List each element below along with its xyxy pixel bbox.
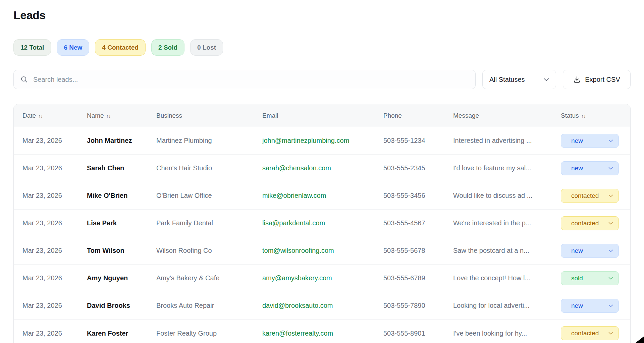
column-label: Email — [262, 112, 278, 119]
status-cell: new — [561, 161, 630, 175]
column-label: Name — [87, 112, 104, 119]
email-link[interactable]: tom@wilsonroofing.com — [262, 247, 334, 254]
phone-cell: 503-555-6789 — [383, 274, 453, 282]
column-header-status[interactable]: Status↑↓ — [561, 112, 630, 119]
export-csv-label: Export CSV — [585, 76, 620, 83]
business-cell: Foster Realty Group — [156, 330, 262, 337]
name-cell: John Martinez — [87, 137, 156, 145]
status-value: sold — [571, 275, 583, 282]
date-cell: Mar 23, 2026 — [22, 137, 87, 145]
name-cell: Mike O'Brien — [87, 192, 156, 199]
toolbar: All Statuses Export CSV — [13, 70, 631, 89]
date-cell: Mar 23, 2026 — [22, 330, 87, 337]
email-link[interactable]: sarah@chensalon.com — [262, 164, 331, 172]
message-cell: Interested in advertising ... — [453, 137, 561, 145]
leads-table-body: Mar 23, 2026John MartinezMartinez Plumbi… — [14, 127, 630, 343]
status-cell: sold — [561, 271, 630, 285]
status-select[interactable]: new — [561, 134, 619, 148]
column-header-date[interactable]: Date↑↓ — [22, 112, 87, 119]
summary-badge-sold: 2 Sold — [151, 39, 184, 56]
status-filter-select[interactable]: All Statuses — [482, 70, 556, 89]
status-value: new — [571, 165, 583, 172]
column-label: Phone — [383, 112, 402, 119]
search-icon — [20, 76, 28, 83]
download-icon — [573, 76, 581, 83]
email-cell: john@martinezplumbing.com — [262, 137, 383, 145]
name-cell: Karen Foster — [87, 330, 156, 337]
table-row: Mar 23, 2026David BrooksBrooks Auto Repa… — [14, 292, 630, 320]
phone-cell: 503-555-3456 — [383, 192, 453, 199]
status-select[interactable]: new — [561, 299, 619, 313]
date-cell: Mar 23, 2026 — [22, 247, 87, 254]
status-select[interactable]: contacted — [561, 326, 619, 340]
column-label: Status — [561, 112, 579, 119]
business-cell: Wilson Roofing Co — [156, 247, 262, 254]
message-cell: Saw the postcard at a n... — [453, 247, 561, 254]
column-header-message: Message — [453, 112, 561, 119]
summary-badge-lost: 0 Lost — [190, 39, 223, 56]
message-cell: We're interested in the p... — [453, 219, 561, 227]
status-value: new — [571, 247, 583, 254]
summary-badge-total: 12 Total — [13, 39, 51, 56]
column-label: Date — [22, 112, 36, 119]
email-cell: lisa@parkdental.com — [262, 219, 383, 227]
email-cell: amy@amysbakery.com — [262, 274, 383, 282]
status-cell: contacted — [561, 189, 630, 203]
chevron-down-icon — [544, 78, 549, 81]
business-cell: Brooks Auto Repair — [156, 302, 262, 309]
leads-table: Date↑↓Name↑↓BusinessEmailPhoneMessageSta… — [13, 104, 631, 343]
column-header-email: Email — [262, 112, 383, 119]
chevron-down-icon — [608, 304, 613, 307]
table-row: Mar 23, 2026Tom WilsonWilson Roofing Cot… — [14, 237, 630, 265]
column-header-business: Business — [156, 112, 262, 119]
business-cell: O'Brien Law Office — [156, 192, 262, 199]
business-cell: Chen's Hair Studio — [156, 164, 262, 172]
email-link[interactable]: mike@obrienlaw.com — [262, 192, 326, 199]
column-header-phone: Phone — [383, 112, 453, 119]
email-link[interactable]: amy@amysbakery.com — [262, 274, 332, 282]
sort-icon: ↑↓ — [581, 113, 586, 119]
sort-icon: ↑↓ — [106, 113, 111, 119]
status-value: new — [571, 137, 583, 145]
message-cell: Would like to discuss ad ... — [453, 192, 561, 199]
column-header-name[interactable]: Name↑↓ — [87, 112, 156, 119]
phone-cell: 503-555-2345 — [383, 164, 453, 172]
export-csv-button[interactable]: Export CSV — [563, 70, 631, 89]
status-select[interactable]: contacted — [561, 189, 619, 203]
date-cell: Mar 23, 2026 — [22, 192, 87, 199]
chevron-down-icon — [608, 222, 613, 225]
status-select[interactable]: new — [561, 244, 619, 258]
status-cell: new — [561, 299, 630, 313]
chevron-down-icon — [608, 332, 613, 335]
business-cell: Amy's Bakery & Cafe — [156, 274, 262, 282]
status-value: contacted — [571, 220, 599, 227]
email-link[interactable]: lisa@parkdental.com — [262, 219, 325, 227]
leads-page: Leads 12 Total6 New4 Contacted2 Sold0 Lo… — [0, 9, 644, 343]
status-cell: contacted — [561, 326, 630, 340]
status-select[interactable]: new — [561, 161, 619, 175]
email-link[interactable]: john@martinezplumbing.com — [262, 137, 349, 144]
status-select[interactable]: sold — [561, 271, 619, 285]
search-input[interactable] — [13, 70, 476, 89]
table-row: Mar 23, 2026Sarah ChenChen's Hair Studio… — [14, 155, 630, 182]
phone-cell: 503-555-1234 — [383, 137, 453, 145]
chevron-down-icon — [608, 277, 613, 280]
chevron-down-icon — [608, 167, 613, 170]
chevron-down-icon — [608, 139, 613, 142]
date-cell: Mar 23, 2026 — [22, 302, 87, 309]
email-cell: tom@wilsonroofing.com — [262, 247, 383, 254]
summary-badge-contacted: 4 Contacted — [95, 39, 146, 56]
name-cell: Amy Nguyen — [87, 274, 156, 282]
status-cell: new — [561, 134, 630, 148]
table-row: Mar 23, 2026Lisa ParkPark Family Dentall… — [14, 210, 630, 237]
phone-cell: 503-555-4567 — [383, 219, 453, 227]
status-select[interactable]: contacted — [561, 216, 619, 230]
table-row: Mar 23, 2026Karen FosterFoster Realty Gr… — [14, 320, 630, 343]
name-cell: Sarah Chen — [87, 164, 156, 172]
column-label: Business — [156, 112, 182, 119]
status-value: contacted — [571, 330, 599, 337]
email-link[interactable]: david@brooksauto.com — [262, 302, 333, 309]
page-title: Leads — [13, 9, 631, 22]
email-cell: sarah@chensalon.com — [262, 164, 383, 172]
email-link[interactable]: karen@fosterrealty.com — [262, 330, 333, 337]
